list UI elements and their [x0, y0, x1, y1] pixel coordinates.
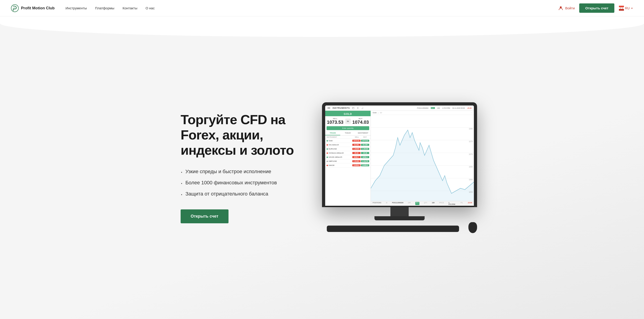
price-chart-svg: 1080 1075 1070 1065 1060 1055 [371, 115, 474, 201]
platform-topbar: INSTRUMENTS [325, 105, 474, 111]
svg-text:1080: 1080 [469, 128, 473, 130]
inst-sell-2: 1.06455 [352, 148, 360, 150]
inst-dot-5 [326, 161, 328, 162]
platform-main: GOLD SELL 1073.53 50 [325, 111, 474, 206]
chart-topbar: Gold | 1D ··· [371, 111, 474, 115]
inst-dot-2 [326, 148, 328, 150]
inst-name-5: GBP/USD [328, 160, 337, 162]
header-sell: SELL [353, 136, 361, 138]
navbar-left: Profit Motion Club Инструменты Платформы… [11, 4, 154, 12]
brand-name: Profit Motion Club [21, 6, 54, 10]
svg-point-1 [560, 6, 562, 8]
chevron-down-icon [631, 7, 633, 9]
instrument-row-6[interactable]: DAX30 13456.8 13456.9 [325, 163, 370, 167]
sell-price: 1073.53 [326, 120, 344, 125]
inst-name-3: Oil Brent-16Dec15 [328, 152, 344, 154]
navbar-right: Войти Открыть счет RU [558, 3, 633, 13]
monitor-stand-foot [374, 216, 424, 220]
inst-dot-4 [326, 157, 328, 158]
open-account-button-hero[interactable]: Открыть счет [180, 209, 228, 223]
inst-buy-1: 42.299 [361, 144, 369, 146]
tab-trade[interactable]: TRADE [325, 131, 340, 135]
inst-buy-3: 45.38 [361, 152, 369, 154]
pos-dir-value: BUY [415, 202, 420, 205]
positions-bar: POSITIONS ID POS111509264 DIR BUY QTY 10… [371, 201, 474, 206]
svg-rect-4 [619, 9, 624, 11]
position-direction: BUY [431, 107, 435, 109]
inst-sell-3: 45.33 [352, 152, 360, 154]
inst-name-6: DAX30 [328, 164, 334, 166]
hero-bullet-3: Защита от отрицательного баланса [180, 191, 313, 198]
inst-dot-3 [326, 152, 328, 154]
header-instrument: INSTRUMENT [326, 136, 353, 138]
brand-logo-link[interactable]: Profit Motion Club [11, 4, 54, 12]
instrument-row-0[interactable]: Gold 1073.53 1074.03 [325, 139, 370, 143]
svg-rect-10 [353, 108, 354, 109]
instrument-row-5[interactable]: GBP/USD 1.51201 1.51276 [325, 159, 370, 163]
inst-buy-2: 1.06449 [361, 148, 369, 150]
lang-label: RU [625, 6, 630, 10]
position-id: POS111509264 [417, 107, 428, 109]
brand-logo-icon [11, 4, 19, 12]
svg-text:1055: 1055 [469, 191, 473, 193]
nav-item-contacts[interactable]: Контакты [122, 6, 137, 10]
enter-quantity[interactable]: Enter quantity [326, 126, 369, 130]
inst-buy-0: 1074.03 [361, 140, 369, 142]
buy-label: BUY [352, 118, 370, 120]
svg-text:1060: 1060 [469, 178, 473, 181]
trade-prices: SELL 1073.53 50 BUY [325, 116, 370, 126]
copy-icon [352, 107, 354, 109]
pos-price-label: PRICE [439, 202, 444, 205]
instrument-row-4[interactable]: UK100-18Dec15 6256.7 6258.3 [325, 155, 370, 159]
instrument-row-1[interactable]: Oil-21Dec15 42.251 42.299 [325, 143, 370, 147]
inst-sell-0: 1073.53 [352, 140, 360, 142]
instrument-row-2[interactable]: EUR/USD 1.06455 1.06449 [325, 147, 370, 151]
pos-qty-label: QTY [424, 202, 427, 205]
chart-canvas: 1080 1075 1070 1065 1060 1055 [371, 115, 474, 201]
nav-item-about[interactable]: О нас [146, 6, 154, 10]
hero-content: Торгуйте CFD на Forex, акции, индексы и … [162, 89, 482, 247]
pencil-icon[interactable] [361, 107, 364, 109]
platform-chart-area: Gold | 1D ··· [371, 111, 474, 206]
buy-panel: BUY 1074.03 [352, 118, 370, 125]
svg-text:1070: 1070 [469, 153, 473, 155]
open-account-button-nav[interactable]: Открыть счет [579, 3, 614, 13]
pos-id-value: POS111509264 [392, 202, 404, 205]
pos-price-value: 1 072.5760 [448, 202, 456, 205]
instrument-row-3[interactable]: Oil Brent-16Dec15 45.33 45.38 [325, 151, 370, 155]
inst-name-0: Gold [328, 140, 332, 142]
monitor-screen: INSTRUMENTS [325, 105, 474, 206]
login-button[interactable]: Войти [558, 6, 575, 11]
inst-buy-5: 1.51276 [361, 160, 369, 162]
inst-buy-4: 6258.3 [361, 156, 369, 158]
hero-title: Торгуйте CFD на Forex, акции, индексы и … [180, 112, 313, 158]
login-icon [558, 6, 563, 11]
monitor-keyboard [327, 226, 459, 232]
plus-icon[interactable] [357, 107, 359, 109]
inst-buy-6: 13456.9 [361, 164, 369, 166]
inst-dot-6 [326, 165, 328, 166]
svg-rect-3 [619, 7, 624, 9]
spread-badge: 50 [345, 118, 351, 124]
position-result: -23.00 [467, 107, 472, 109]
inst-name-4: UK100-18Dec15 [328, 156, 342, 158]
nav-item-instruments[interactable]: Инструменты [66, 6, 87, 10]
language-selector[interactable]: RU [619, 6, 633, 11]
pos-qty-value: 100 [432, 202, 435, 205]
monitor-shell: INSTRUMENTS [322, 102, 477, 207]
pos-dir-label: DIR [408, 202, 411, 205]
position-date: 04.11.2015 09:30 [452, 107, 465, 109]
tab-sentiment[interactable]: SENTIMENT [356, 131, 370, 135]
position-price: 1 072.5760 [442, 107, 450, 109]
monitor-mouse [468, 222, 477, 233]
hero-bullets: Узкие спреды и быстрое исполнение Более … [180, 169, 313, 197]
position-qty: 100 [437, 107, 440, 109]
nav-item-platforms[interactable]: Платформы [95, 6, 114, 10]
sell-label: SELL [326, 118, 344, 120]
asset-name: GOLD [325, 111, 370, 116]
nav-links: Инструменты Платформы Контакты О нас [66, 6, 154, 10]
tab-today[interactable]: TODAY [340, 131, 355, 135]
pos-id-label: ID [386, 202, 388, 205]
platform-ui: INSTRUMENTS [325, 105, 474, 206]
inst-name-1: Oil-21Dec15 [328, 144, 339, 146]
